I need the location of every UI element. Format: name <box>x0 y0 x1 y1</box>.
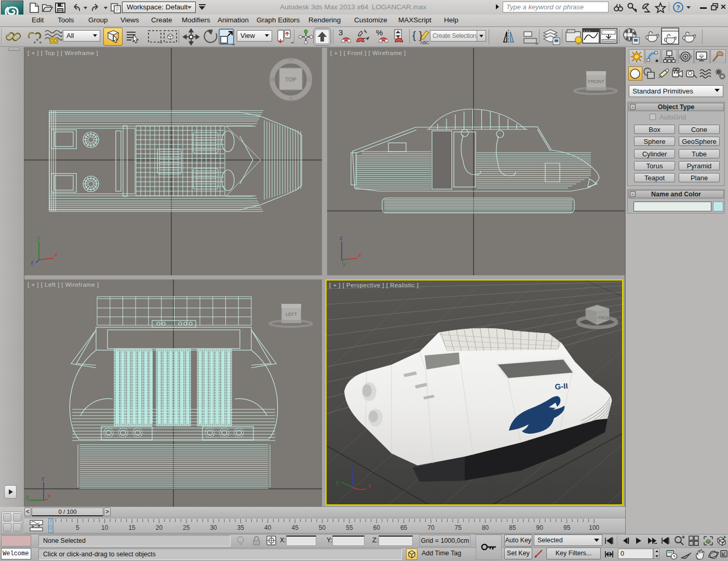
svg-text:80: 80 <box>482 524 489 531</box>
svg-text:30: 30 <box>210 524 217 531</box>
svg-text:y: y <box>343 261 346 267</box>
svg-text:x: x <box>55 251 58 258</box>
svg-text:E: E <box>308 77 312 83</box>
svg-text:FRONT: FRONT <box>588 79 604 84</box>
svg-text:ABC: ABC <box>420 40 429 45</box>
svg-text:100: 100 <box>589 524 599 531</box>
svg-text:x: x <box>48 492 51 499</box>
svg-text:%: % <box>376 28 383 37</box>
svg-text:W: W <box>269 77 275 83</box>
svg-text:90: 90 <box>536 524 544 531</box>
svg-text:S: S <box>289 97 293 102</box>
svg-text:y: y <box>26 493 29 500</box>
svg-text:z: z <box>42 475 45 482</box>
svg-text:y: y <box>336 479 339 485</box>
svg-text:60: 60 <box>373 524 381 531</box>
svg-text:LEFT: LEFT <box>286 312 298 317</box>
svg-text:45: 45 <box>292 524 299 531</box>
svg-text:35: 35 <box>237 524 245 531</box>
svg-text:G-II: G-II <box>555 381 568 391</box>
svg-text:TOP: TOP <box>285 76 296 83</box>
svg-text:?: ? <box>676 4 680 11</box>
svg-text:3: 3 <box>339 28 343 37</box>
svg-text:25: 25 <box>183 524 190 531</box>
svg-text:x: x <box>368 483 371 489</box>
svg-text:x: x <box>358 252 361 258</box>
svg-text:85: 85 <box>509 524 516 531</box>
svg-text:10: 10 <box>101 524 109 531</box>
svg-text:55: 55 <box>346 524 353 531</box>
svg-text:50: 50 <box>319 524 326 531</box>
svg-text:5: 5 <box>76 524 79 531</box>
svg-text:75: 75 <box>455 524 462 531</box>
svg-text:20: 20 <box>156 524 163 531</box>
svg-text:FRONT: FRONT <box>598 315 613 321</box>
svg-text:z: z <box>31 259 34 265</box>
svg-text:40: 40 <box>264 524 272 531</box>
svg-text:N: N <box>289 56 292 62</box>
svg-text:95: 95 <box>563 524 571 531</box>
svg-text:y: y <box>37 235 40 241</box>
svg-text:z: z <box>350 464 354 470</box>
svg-text:z: z <box>340 235 343 241</box>
svg-text:65: 65 <box>400 524 408 531</box>
svg-text:15: 15 <box>128 524 136 531</box>
svg-text:70: 70 <box>427 524 435 531</box>
